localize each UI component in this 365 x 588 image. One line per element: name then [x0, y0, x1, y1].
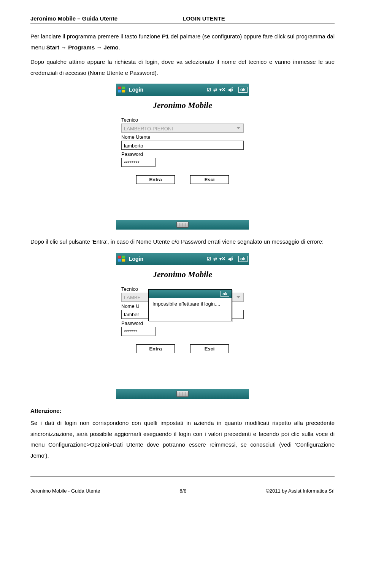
app-title: Jeronimo Mobile	[121, 267, 244, 285]
connection-icon: ⇄	[213, 256, 217, 262]
popup-message: Impossibile effettuare il login....	[149, 298, 232, 321]
label-password: Password	[121, 151, 244, 157]
svg-rect-6	[118, 259, 121, 262]
label-nome-utente: Nome Utente	[121, 134, 244, 140]
svg-rect-7	[122, 259, 125, 262]
doc-header-right: LOGIN UTENTE	[182, 15, 335, 22]
bottom-bar	[116, 389, 249, 399]
svg-rect-1	[122, 87, 125, 89]
doc-header-left: Jeronimo Mobile – Guida Utente	[30, 15, 182, 22]
footer-copyright: ©2011 by Assist Informatica Srl	[266, 488, 335, 494]
svg-rect-2	[118, 90, 121, 92]
start-icon[interactable]	[117, 86, 126, 94]
svg-rect-0	[118, 87, 121, 89]
login-screenshot: Login ☑ ⇄ ▾✕ ◀⠇ ok Jeronimo Mobile Tecni…	[116, 84, 249, 230]
start-icon[interactable]	[117, 255, 126, 263]
chevron-down-icon	[236, 127, 240, 129]
status-icons: ☑ ⇄ ▾✕ ◀⠇ ok	[207, 256, 248, 262]
keyboard-icon[interactable]	[176, 391, 189, 397]
doc-header: Jeronimo Mobile – Guida Utente LOGIN UTE…	[30, 15, 335, 24]
task-icon: ☑	[207, 87, 211, 92]
task-icon: ☑	[207, 256, 211, 262]
keyboard-icon[interactable]	[176, 222, 189, 228]
svg-rect-4	[118, 255, 121, 258]
speaker-icon: ◀⠇	[228, 256, 235, 262]
ok-button[interactable]: ok	[238, 87, 248, 93]
entra-button[interactable]: Entra	[136, 175, 175, 184]
esci-button[interactable]: Esci	[190, 344, 229, 353]
speaker-icon: ◀⠇	[228, 87, 235, 92]
password-input[interactable]: ********	[121, 158, 156, 167]
footer-page-number: 6/8	[179, 488, 186, 494]
tecnico-select[interactable]: LAMBERTO-PIERONI	[121, 124, 244, 133]
paragraph-error-info: Dopo il clic sul pulsante 'Entra', in ca…	[30, 236, 335, 247]
esci-button[interactable]: Esci	[190, 175, 229, 184]
attention-title: Attenzione:	[30, 406, 335, 417]
nome-utente-input[interactable]: lamberto	[121, 141, 244, 150]
titlebar: Login ☑ ⇄ ▾✕ ◀⠇ ok	[116, 253, 249, 265]
window-title: Login	[129, 256, 207, 262]
window-title: Login	[129, 87, 207, 93]
svg-rect-5	[122, 255, 125, 258]
bottom-bar	[116, 220, 249, 230]
paragraph-launch: Per lanciare il programma premere il tas…	[30, 31, 335, 53]
error-popup: ok Impossibile effettuare il login....	[148, 289, 232, 321]
popup-ok-button[interactable]: ok	[221, 291, 229, 297]
svg-rect-3	[122, 90, 125, 92]
signal-icon: ▾✕	[219, 87, 225, 92]
attention-body: Se i dati di login non corrispondono con…	[30, 418, 335, 461]
ok-button[interactable]: ok	[238, 256, 248, 262]
titlebar: Login ☑ ⇄ ▾✕ ◀⠇ ok	[116, 84, 249, 96]
footer-left: Jeronimo Mobile - Guida Utente	[30, 488, 100, 494]
chevron-down-icon	[236, 296, 240, 298]
doc-footer: Jeronimo Mobile - Guida Utente 6/8 ©2011…	[30, 477, 335, 494]
label-password: Password	[121, 320, 244, 326]
paragraph-login-info: Dopo qualche attimo appare la richiesta …	[30, 57, 335, 78]
status-icons: ☑ ⇄ ▾✕ ◀⠇ ok	[207, 87, 248, 93]
login-error-screenshot: Login ☑ ⇄ ▾✕ ◀⠇ ok Jeronimo Mobile Tecni…	[116, 253, 249, 399]
entra-button[interactable]: Entra	[136, 344, 175, 353]
password-input[interactable]: *******	[121, 327, 156, 336]
app-title: Jeronimo Mobile	[121, 98, 244, 116]
connection-icon: ⇄	[213, 87, 217, 92]
popup-titlebar: ok	[149, 290, 232, 298]
signal-icon: ▾✕	[219, 256, 225, 262]
label-tecnico: Tecnico	[121, 117, 244, 123]
